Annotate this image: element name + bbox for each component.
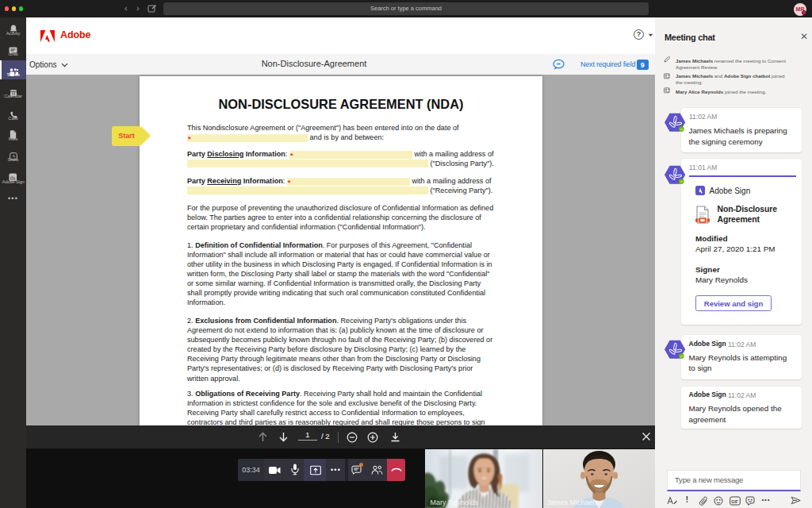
- svg-text:GIF: GIF: [731, 499, 737, 504]
